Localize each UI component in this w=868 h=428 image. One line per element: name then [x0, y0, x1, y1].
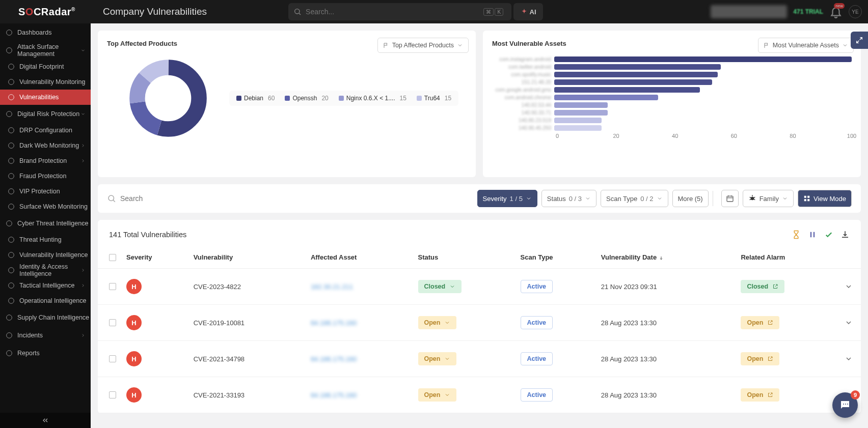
sidebar-collapse-button[interactable] [0, 413, 91, 428]
row-checkbox[interactable] [109, 391, 116, 398]
main-content: Top Affected Products Top Affected Produ… [91, 23, 868, 428]
external-link-icon [767, 320, 773, 326]
legend-item: Nginx 0.6.X < 1....15 [339, 95, 406, 102]
row-checkbox[interactable] [109, 355, 116, 362]
assets-dropdown[interactable]: Most Vulnerable Assets [758, 38, 854, 53]
cve-cell[interactable]: CVE-2021-34798 [189, 341, 307, 377]
download-icon[interactable] [840, 230, 850, 239]
sidebar-item-surface-web-monitoring[interactable]: Surface Web Monitoring [0, 199, 91, 214]
svg-line-28 [113, 200, 115, 202]
menu-icon [7, 266, 15, 274]
menu-icon [7, 78, 15, 86]
status-chip[interactable]: Closed [418, 280, 462, 293]
pending-icon[interactable] [792, 230, 801, 239]
chat-button[interactable]: 9 [832, 392, 858, 418]
svg-point-19 [9, 298, 14, 304]
user-avatar[interactable]: YE [849, 5, 862, 18]
sidebar-item-cyber-threat-intelligence[interactable]: Cyber Threat Intelligence [0, 214, 91, 232]
sidebar-item-dashboards[interactable]: Dashboards [0, 23, 91, 41]
sidebar-item-identity-access-intelligence[interactable]: Identity & Access Intelligence [0, 263, 91, 278]
account-selector[interactable] [711, 5, 787, 18]
filter-severity[interactable]: Severity 1 / 5 [477, 190, 537, 207]
menu-icon [7, 236, 15, 244]
chevron-down-icon [526, 195, 532, 202]
alarm-chip[interactable]: Open [741, 352, 779, 365]
bar-row: com.android.chrome [492, 95, 852, 100]
sidebar-item-vip-protection[interactable]: VIP Protection [0, 184, 91, 199]
svg-point-46 [845, 404, 846, 405]
alarm-chip[interactable]: Open [741, 388, 779, 402]
cve-cell[interactable]: CVE-2023-4822 [189, 269, 307, 305]
view-mode-button[interactable]: View Mode [798, 190, 852, 207]
filter-scan-type[interactable]: Scan Type 0 / 2 [601, 190, 668, 207]
severity-badge: H [126, 351, 142, 366]
chevron-down-icon[interactable] [845, 282, 853, 291]
bar-axis: 020406080100 [557, 133, 852, 140]
bar-row: 140.90.33.71 [492, 110, 852, 116]
products-dropdown[interactable]: Top Affected Products [377, 38, 469, 53]
expand-panel-button[interactable] [851, 32, 868, 49]
date-filter-button[interactable] [721, 190, 739, 207]
sidebar-item-digital-risk-protection[interactable]: Digital Risk Protection [0, 105, 91, 123]
row-checkbox[interactable] [109, 283, 116, 290]
sidebar-item-drp-configuration[interactable]: DRP Configuration [0, 123, 91, 138]
sidebar-item-brand-protection[interactable]: Brand Protection [0, 153, 91, 168]
select-all-checkbox[interactable] [109, 254, 116, 261]
sidebar-item-vulnerability-monitoring[interactable]: Vulnerability Monitoring [0, 74, 91, 90]
asset-cell[interactable]: 64.186.175.160 [311, 391, 357, 399]
pause-icon[interactable] [808, 230, 817, 239]
sidebar-item-dark-web-monitoring[interactable]: Dark Web Monitoring [0, 138, 91, 153]
family-filter[interactable]: Family [743, 190, 794, 207]
sidebar-item-supply-chain-intelligence[interactable]: Supply Chain Intelligence [0, 308, 91, 326]
ai-button[interactable]: AI [513, 3, 543, 20]
sidebar-item-reports[interactable]: Reports [0, 344, 91, 362]
header-right: 471 TRIAL new YE [711, 5, 862, 18]
global-search[interactable]: ⌘K [288, 3, 511, 20]
sidebar-item-incidents[interactable]: Incidents [0, 326, 91, 344]
sidebar-item-threat-hunting[interactable]: Threat Hunting [0, 232, 91, 247]
alarm-chip[interactable]: Closed [741, 280, 784, 293]
asset-cell[interactable]: 182.30.21.211 [311, 283, 353, 291]
top-affected-products-card: Top Affected Products Top Affected Produ… [98, 31, 476, 177]
sidebar-item-operational-intelligence[interactable]: Operational Intelligence [0, 293, 91, 308]
sidebar-item-attack-surface-management[interactable]: Attack Surface Management [0, 41, 91, 59]
filter-status[interactable]: Status 0 / 3 [541, 190, 596, 207]
chevron-double-left-icon [41, 416, 49, 424]
status-chip[interactable]: Open [418, 316, 457, 329]
menu-icon [7, 251, 15, 259]
search-icon [107, 194, 116, 203]
filter-more[interactable]: More (5) [672, 190, 709, 207]
date-cell: 28 Aug 2023 13:30 [597, 341, 737, 377]
svg-point-45 [843, 404, 844, 405]
menu-icon [7, 157, 15, 165]
cve-cell[interactable]: CVE-2019-10081 [189, 305, 307, 341]
status-chip[interactable]: Open [418, 388, 457, 402]
search-input[interactable] [306, 8, 482, 16]
svg-line-37 [749, 199, 751, 199]
row-checkbox[interactable] [109, 319, 116, 326]
sidebar-item-fraud-protection[interactable]: Fraud Protection [0, 168, 91, 184]
sidebar-item-vulnerability-intelligence[interactable]: Vulnerability Intelligence [0, 247, 91, 263]
sidebar-item-tactical-intelligence[interactable]: Tactical Intelligence [0, 278, 91, 293]
flag-icon [764, 42, 770, 48]
page-title: Company Vulnerabilities [103, 6, 207, 17]
donut-chart [127, 58, 209, 139]
sidebar-item-digital-footprint[interactable]: Digital Footprint [0, 59, 91, 74]
asset-cell[interactable]: 64.186.175.160 [311, 355, 357, 363]
sidebar-item-vulnerabilities[interactable]: Vulnerabilities [0, 90, 91, 105]
table-search-input[interactable] [120, 194, 473, 203]
svg-point-14 [7, 220, 12, 226]
asset-cell[interactable]: 64.186.175.160 [311, 319, 357, 327]
menu-icon [7, 126, 15, 134]
chevron-down-icon[interactable] [845, 319, 853, 327]
chat-icon [839, 399, 851, 411]
chevron-down-icon[interactable] [845, 355, 853, 363]
alarm-chip[interactable]: Open [741, 316, 779, 329]
external-link-icon [767, 356, 773, 362]
notifications-button[interactable]: new [829, 5, 843, 18]
donut-legend: Debian60Openssh20Nginx 0.6.X < 1....15Tr… [229, 91, 458, 106]
status-chip[interactable]: Open [418, 352, 457, 365]
check-icon[interactable] [824, 230, 833, 239]
cve-cell[interactable]: CVE-2021-33193 [189, 377, 307, 413]
svg-rect-40 [807, 196, 809, 198]
